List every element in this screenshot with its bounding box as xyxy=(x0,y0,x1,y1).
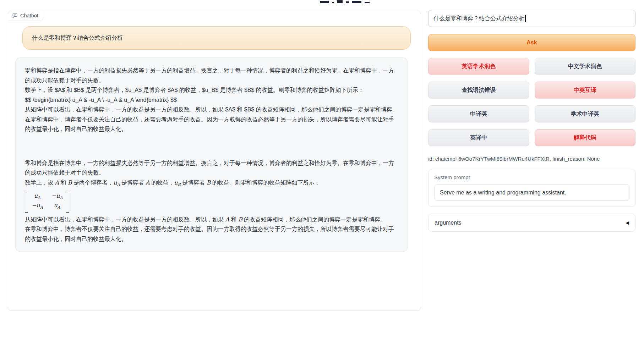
user-message-bubble: 什么是零和博弈？结合公式介绍分析 xyxy=(22,26,411,50)
question-input-value: 什么是零和博弈？结合公式介绍分析 xyxy=(433,15,524,22)
math-var: −uA xyxy=(32,202,43,211)
math-var: −uA xyxy=(51,192,63,202)
bot-message-line: 从矩阵中可以看出，在零和博弈中，一方的收益是另一方的相反数。所以，如果 A 和 … xyxy=(25,215,398,225)
math-var: uA xyxy=(34,192,40,202)
btn-chinese-academic-polish-label: 中文学术润色 xyxy=(568,63,602,70)
btn-en-to-zh[interactable]: 英译中 xyxy=(428,129,529,146)
user-message-text: 什么是零和博弈？结合公式介绍分析 xyxy=(32,35,123,41)
math-var: uB xyxy=(174,179,180,186)
arguments-accordion[interactable]: arguments ◀ xyxy=(428,214,635,232)
math-var: A xyxy=(55,179,59,186)
ask-button[interactable]: Ask xyxy=(428,34,635,51)
accordion-collapse-icon: ◀ xyxy=(626,220,629,225)
bot-message-line: 零和博弈是指在博弈中，一方的利益损失必然等于另一方的利益增益。换言之，对于每一种… xyxy=(25,158,398,178)
math-var: A xyxy=(146,179,150,186)
bot-message-line: 在零和博弈中，博弈者不仅要关注自己的收益，还需要考虑对手的收益。因为一方取得的收… xyxy=(25,224,398,244)
btn-find-grammar-errors-label: 查找语法错误 xyxy=(462,87,496,94)
system-prompt-label: System prompt xyxy=(434,174,629,180)
math-var: B xyxy=(207,179,211,186)
system-prompt-value: Serve me as a writing and programming as… xyxy=(440,189,566,196)
btn-zh-en-mutual-translation-label: 中英互译 xyxy=(574,87,596,94)
bot-message-line: 从矩阵中可以看出，在零和博弈中，一方的收益是另一方的相反数。所以，如果 $A$ … xyxy=(25,105,398,115)
bot-message-bubble: 零和博弈是指在博弈中，一方的利益损失必然等于另一方的利益增益。换言之，对于每一种… xyxy=(15,57,408,252)
bot-message-line: $$ \begin{bmatrix} u_A & -u_A \ -u_A & u… xyxy=(25,95,398,105)
btn-zh-en-mutual-translation[interactable]: 中英互译 xyxy=(535,82,636,99)
text-caret xyxy=(525,15,526,22)
app-root: Chatbot 什么是零和博弈？结合公式介绍分析 零和博弈是指在博弈中，一方的利… xyxy=(0,0,644,341)
btn-english-academic-polish[interactable]: 英语学术润色 xyxy=(428,58,529,75)
paragraph-gap xyxy=(25,134,398,158)
clipped-page-title xyxy=(320,0,373,3)
chatbot-panel: Chatbot 什么是零和博弈？结合公式介绍分析 零和博弈是指在博弈中，一方的利… xyxy=(8,11,421,311)
matrix-left-bracket xyxy=(25,191,28,212)
btn-english-academic-polish-label: 英语学术润色 xyxy=(462,63,496,70)
chat-bubble-icon xyxy=(12,13,18,18)
bot-message-content: 零和博弈是指在博弈中，一方的利益损失必然等于另一方的利益增益。换言之，对于每一种… xyxy=(25,66,398,244)
btn-zh-to-en[interactable]: 中译英 xyxy=(428,105,529,122)
btn-zh-to-en-label: 中译英 xyxy=(470,110,487,118)
chatbot-label-tab: Chatbot xyxy=(8,11,43,21)
matrix-right-bracket xyxy=(66,191,69,212)
btn-chinese-academic-polish[interactable]: 中文学术润色 xyxy=(535,58,636,75)
chat-message-area[interactable]: 什么是零和博弈？结合公式介绍分析 零和博弈是指在博弈中，一方的利益损失必然等于另… xyxy=(8,11,421,310)
btn-find-grammar-errors[interactable]: 查找语法错误 xyxy=(428,82,529,99)
system-prompt-input[interactable]: Serve me as a writing and programming as… xyxy=(434,184,629,201)
btn-explain-code[interactable]: 解释代码 xyxy=(535,129,636,146)
chatbot-label: Chatbot xyxy=(20,13,38,18)
system-prompt-group: System prompt Serve me as a writing and … xyxy=(428,169,635,207)
action-buttons-grid: 英语学术润色中文学术润色查找语法错误中英互译中译英学术中译英英译中解释代码 xyxy=(428,58,635,146)
math-var: uA xyxy=(54,202,60,211)
payoff-matrix: uA−uA−uAuA xyxy=(25,191,398,212)
math-var: uA xyxy=(113,179,120,186)
math-var: B xyxy=(68,179,72,186)
btn-en-to-zh-label: 英译中 xyxy=(470,134,487,142)
matrix-entries: uA−uA−uAuA xyxy=(28,191,66,212)
bot-message-line: 零和博弈是指在博弈中，一方的利益损失必然等于另一方的利益增益。换言之，对于每一种… xyxy=(25,66,398,85)
btn-academic-zh-to-en-label: 学术中译英 xyxy=(571,110,599,118)
bot-message-line: 数学上，设 $A$ 和 $B$ 是两个博弈者，$u_A$ 是博弈者 $A$ 的收… xyxy=(25,85,398,95)
arguments-accordion-label: arguments xyxy=(435,220,462,226)
ask-button-label: Ask xyxy=(526,39,537,46)
math-var: A xyxy=(225,216,229,223)
btn-academic-zh-to-en[interactable]: 学术中译英 xyxy=(535,105,636,122)
math-var: B xyxy=(238,216,242,223)
question-input[interactable]: 什么是零和博弈？结合公式介绍分析 xyxy=(428,10,635,27)
response-meta-line: id: chatcmpl-6wOo7KrYTwMl89lbrMWRu4UkFFX… xyxy=(428,156,635,162)
control-column: 什么是零和博弈？结合公式介绍分析 Ask 英语学术润色中文学术润色查找语法错误中… xyxy=(428,10,635,232)
bot-message-line: 数学上，设 A 和 B 是两个博弈者，uA 是博弈者 A 的收益，uB 是博弈者… xyxy=(25,178,398,190)
bot-message-line: 在零和博弈中，博弈者不仅要关注自己的收益，还需要考虑对手的收益。因为一方取得的收… xyxy=(25,115,398,134)
btn-explain-code-label: 解释代码 xyxy=(574,134,596,142)
